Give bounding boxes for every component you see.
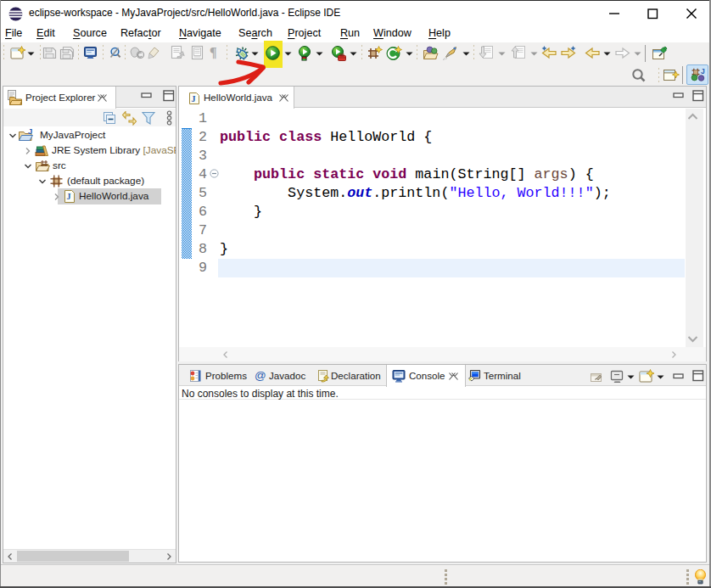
svg-text:J: J	[192, 94, 196, 104]
svg-text:J: J	[701, 67, 705, 76]
svg-text:J: J	[67, 192, 71, 201]
svg-text:J: J	[28, 128, 32, 136]
